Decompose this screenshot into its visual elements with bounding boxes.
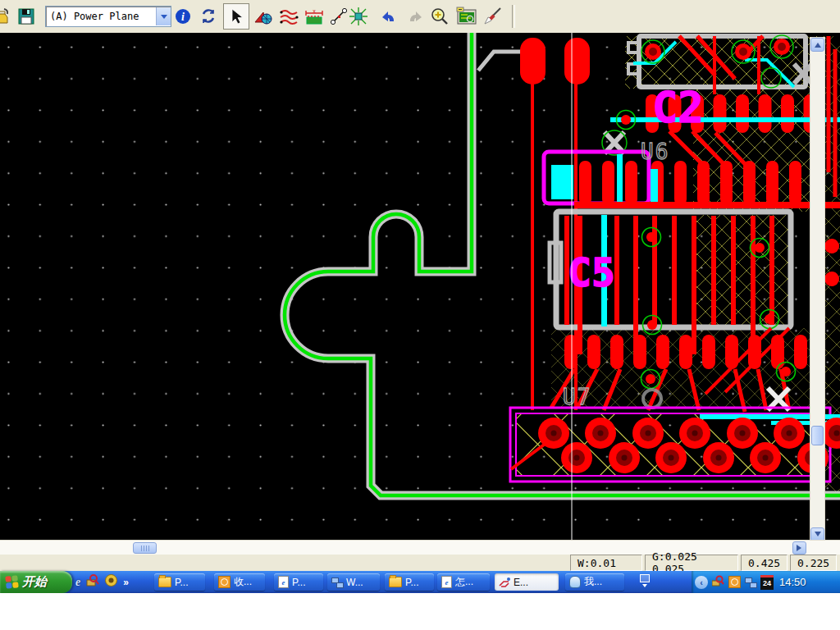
taskbar-item-2[interactable]: 收... (214, 573, 265, 591)
taskbar-item-7-active[interactable]: E... (495, 573, 559, 591)
pcb-drawing: C2 U6 C5 U7 (0, 33, 840, 540)
status-bar: W:0.01 G:0.025 0.025 0.425 0.225 (0, 555, 840, 571)
ie-document-icon: e (278, 576, 289, 588)
status-line-width: W:0.01 (570, 555, 642, 571)
taskbar: 开始 e » P... 收... e P... W... (0, 571, 840, 593)
zoom-icon[interactable] (430, 7, 450, 26)
layer-dropdown[interactable]: (A) Power Plane (45, 6, 171, 27)
svg-text:x: x (313, 8, 316, 14)
svg-text:i: i (181, 11, 185, 23)
desktop: (A) Power Plane i x (0, 0, 840, 630)
folder-icon (389, 577, 402, 587)
board-overview-icon[interactable] (456, 7, 477, 26)
highlight-net-icon[interactable] (348, 6, 369, 27)
taskbar-item-5[interactable]: P... (385, 573, 434, 591)
quicklaunch-overflow-chevron[interactable]: » (123, 577, 129, 588)
save-icon[interactable] (17, 7, 35, 25)
taskbar-item-4[interactable]: W... (327, 573, 380, 591)
taskbar-item-8[interactable]: 我... (565, 573, 624, 591)
language-bar-icon[interactable] (640, 574, 650, 587)
tray-search-icon[interactable] (712, 575, 724, 590)
select-arrow-tool[interactable] (223, 3, 249, 30)
cleanup-brush-icon[interactable] (482, 7, 504, 26)
tray-clock-time[interactable]: 14:50 (779, 576, 806, 588)
vertical-scrollbar[interactable] (810, 37, 825, 542)
redo-icon[interactable] (405, 7, 425, 25)
history-clock-icon (218, 576, 231, 588)
folder-icon (158, 577, 171, 587)
open-icon[interactable] (0, 7, 11, 25)
app-quicklaunch-icon[interactable] (105, 574, 117, 590)
route-traces-icon[interactable] (279, 7, 300, 25)
redraw-icon[interactable] (199, 7, 218, 26)
toolbar: (A) Power Plane i x (0, 0, 840, 34)
pcb-editor-icon (499, 577, 510, 587)
start-button[interactable]: 开始 (0, 571, 72, 593)
search-quicklaunch-icon[interactable] (86, 574, 99, 590)
scroll-right-button[interactable] (792, 541, 806, 555)
toolbar-separator (512, 5, 515, 28)
status-coord-x: 0.425 (741, 555, 788, 571)
bottom-whitespace (0, 593, 840, 630)
label-u6: U6 (641, 139, 669, 164)
info-icon[interactable]: i (174, 7, 192, 25)
taskbar-item-3[interactable]: e P... (274, 573, 323, 591)
network-icon (331, 578, 343, 587)
horizontal-scroll-thumb[interactable] (133, 542, 157, 554)
tray-collapse-chevron-icon[interactable]: ‹ (695, 576, 708, 589)
tray-clock-icon[interactable] (728, 576, 741, 588)
taskbar-item-6[interactable]: e 怎... (437, 573, 490, 591)
windows-flag-icon (4, 574, 20, 590)
status-message-cell (0, 555, 568, 571)
tray-network-icon[interactable] (745, 578, 756, 587)
status-grid: G:0.025 0.025 (645, 555, 738, 571)
vertical-scroll-thumb[interactable] (811, 426, 824, 445)
chevron-down-icon[interactable] (156, 7, 171, 25)
status-coord-y: 0.225 (790, 555, 837, 571)
taskbar-item-1[interactable]: P... (154, 573, 205, 591)
ie-document-icon: e (441, 576, 452, 588)
browser-quicklaunch-icon[interactable]: e (75, 576, 80, 589)
messenger-icon (569, 576, 581, 588)
dimension-icon[interactable]: x (304, 7, 325, 26)
system-tray: ‹ 24 14:50 (692, 571, 840, 593)
layer-dropdown-value: (A) Power Plane (46, 11, 156, 22)
measure-icon[interactable] (330, 7, 348, 25)
tray-calendar-icon[interactable]: 24 (760, 575, 774, 590)
copper-pour-icon[interactable] (253, 7, 273, 25)
undo-icon[interactable] (379, 7, 399, 25)
label-u7: U7 (563, 385, 591, 409)
label-c5: C5 (568, 249, 615, 295)
scroll-up-button[interactable] (810, 38, 824, 52)
label-c2: C2 (652, 83, 704, 132)
pcb-canvas[interactable]: C2 U6 C5 U7 (0, 33, 840, 540)
start-label: 开始 (22, 574, 47, 590)
